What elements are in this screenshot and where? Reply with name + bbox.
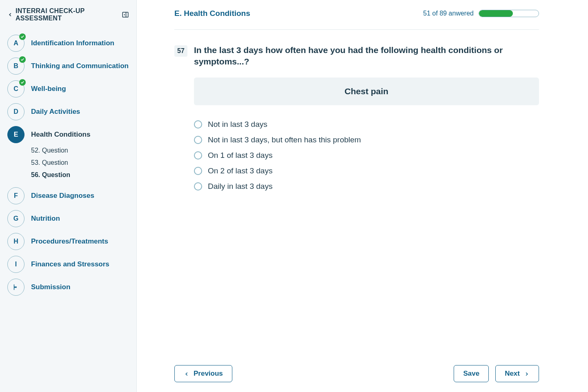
sub-question-item[interactable]: 52. Question (31, 144, 136, 157)
section-badge: H (7, 233, 24, 250)
section-letter: G (13, 215, 18, 222)
sidebar-item-c[interactable]: CWell-being (0, 78, 136, 100)
sidebar-item-submission[interactable]: Submission (0, 276, 136, 299)
option-label: On 1 of last 3 days (208, 151, 272, 160)
sidebar-item-a[interactable]: AIdentification Information (0, 32, 136, 55)
option-label: Not in last 3 days (208, 120, 267, 129)
check-icon (19, 56, 26, 63)
collapse-sidebar-icon[interactable] (122, 11, 129, 18)
main-header: E. Health Conditions 51 of 89 anwered (174, 9, 539, 30)
section-badge: G (7, 210, 24, 227)
sidebar-item-b[interactable]: BThinking and Communication (0, 55, 136, 78)
section-badge: E (7, 126, 24, 143)
check-icon (19, 33, 26, 40)
save-button[interactable]: Save (454, 365, 489, 382)
footer-right: Save Next (454, 365, 539, 382)
sidebar-item-label: Finances and Stressors (31, 260, 109, 268)
options-list: Not in last 3 daysNot in last 3 days, bu… (194, 117, 539, 194)
sidebar-title: INTERRAI CHECK-UP ASSESSMENT (16, 7, 119, 22)
progress-fill (479, 10, 513, 17)
section-badge (7, 279, 24, 296)
option-label: Daily in last 3 days (208, 182, 272, 191)
nav-list: AIdentification InformationBThinking and… (0, 32, 136, 299)
previous-button-label: Previous (194, 370, 223, 378)
sidebar: INTERRAI CHECK-UP ASSESSMENT AIdentifica… (0, 0, 137, 392)
progress-bar (479, 10, 539, 17)
sidebar-header-left[interactable]: INTERRAI CHECK-UP ASSESSMENT (7, 7, 119, 22)
sidebar-item-f[interactable]: FDisease Diagnoses (0, 184, 136, 207)
save-button-label: Save (463, 370, 479, 378)
section-letter: E (14, 131, 18, 138)
progress-text: 51 of 89 anwered (423, 10, 474, 17)
svg-rect-0 (122, 12, 128, 17)
chevron-left-icon (184, 371, 189, 376)
section-badge: F (7, 187, 24, 204)
radio-icon (194, 151, 202, 159)
sidebar-item-label: Identification Information (31, 39, 114, 47)
footer: Previous Save Next (174, 357, 539, 382)
section-letter: A (13, 40, 18, 47)
question-number: 57 (174, 45, 187, 57)
previous-button[interactable]: Previous (174, 365, 232, 382)
option-label: Not in last 3 days, but often has this p… (208, 135, 361, 144)
sidebar-header: INTERRAI CHECK-UP ASSESSMENT (0, 7, 136, 22)
sidebar-item-label: Well-being (31, 85, 66, 93)
section-badge: A (7, 35, 24, 52)
sidebar-item-label: Health Conditions (31, 131, 90, 139)
chevron-right-icon (524, 371, 530, 376)
sidebar-item-g[interactable]: GNutrition (0, 207, 136, 230)
radio-icon (194, 182, 202, 190)
option-item[interactable]: On 2 of last 3 days (194, 163, 539, 179)
section-badge: I (7, 256, 24, 273)
option-item[interactable]: Daily in last 3 days (194, 179, 539, 194)
section-letter: B (13, 62, 18, 70)
question-text: In the last 3 days how often have you ha… (194, 44, 539, 68)
sidebar-item-label: Nutrition (31, 215, 60, 223)
section-letter: F (14, 192, 18, 199)
option-label: On 2 of last 3 days (208, 166, 272, 175)
chevron-left-icon (7, 12, 13, 18)
progress-indicator: 51 of 89 anwered (423, 10, 539, 17)
radio-icon (194, 136, 202, 144)
sidebar-item-d[interactable]: DDaily Activities (0, 100, 136, 123)
sidebar-item-label: Disease Diagnoses (31, 192, 94, 200)
radio-icon (194, 120, 202, 128)
section-letter: C (13, 85, 18, 93)
sidebar-item-h[interactable]: HProcedures/Treatments (0, 230, 136, 253)
next-button-label: Next (505, 370, 520, 378)
option-item[interactable]: Not in last 3 days (194, 117, 539, 132)
section-badge: B (7, 58, 24, 75)
main-content: E. Health Conditions 51 of 89 anwered 57… (137, 0, 588, 392)
option-item[interactable]: Not in last 3 days, but often has this p… (194, 132, 539, 148)
option-item[interactable]: On 1 of last 3 days (194, 148, 539, 163)
sidebar-item-label: Daily Activities (31, 108, 80, 116)
sidebar-item-label: Procedures/Treatments (31, 237, 108, 246)
sub-question-item[interactable]: 53. Question (31, 157, 136, 169)
check-icon (19, 79, 26, 86)
flag-icon (12, 283, 20, 291)
question-body: In the last 3 days how often have you ha… (194, 44, 539, 194)
section-badge: C (7, 80, 24, 97)
sidebar-item-label: Submission (31, 283, 70, 291)
section-letter: D (13, 108, 18, 115)
sub-question-item[interactable]: 56. Question (31, 169, 136, 181)
next-button[interactable]: Next (495, 365, 539, 382)
question-block: 57 In the last 3 days how often have you… (174, 44, 539, 194)
sidebar-item-e[interactable]: EHealth Conditions (0, 123, 136, 146)
section-title: E. Health Conditions (174, 9, 250, 18)
radio-icon (194, 167, 202, 175)
question-banner: Chest pain (194, 78, 539, 105)
sub-question-list: 52. Question53. Question56. Question (0, 144, 136, 181)
section-badge: D (7, 103, 24, 120)
sidebar-item-i[interactable]: IFinances and Stressors (0, 253, 136, 276)
sidebar-item-label: Thinking and Communication (31, 62, 129, 70)
section-letter: H (13, 238, 18, 245)
section-letter: I (15, 261, 17, 268)
